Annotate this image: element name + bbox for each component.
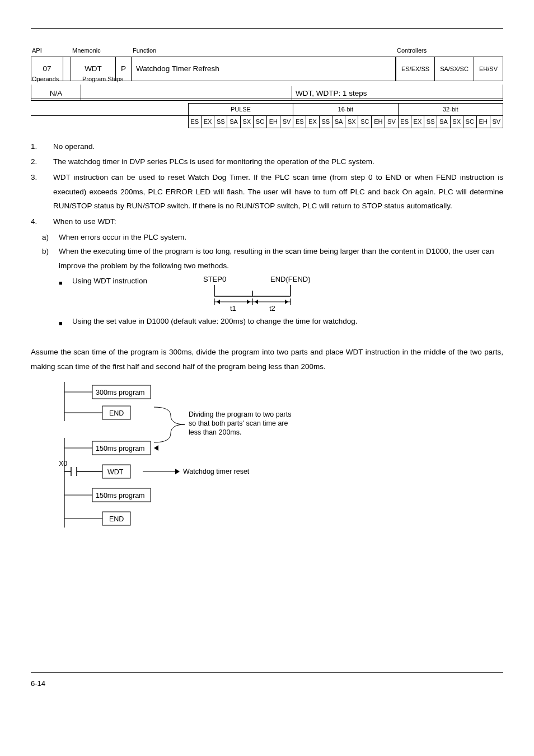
label-api: API [31,45,63,57]
item-3: WDT instruction can be used to reset Wat… [53,170,503,213]
item-a: When errors occur in the PLC system. [59,230,186,245]
page-number: 6-14 [31,677,503,691]
item-1: No operand. [53,139,503,154]
label-controllers: Controllers [396,45,435,57]
matrix-cell: SA [227,115,240,128]
matrix-cell: SA [332,115,345,128]
operands: N/A [31,86,81,101]
svg-marker-11 [247,300,250,304]
item-2: The watchdog timer in DVP series PLCs is… [53,155,503,169]
svg-text:STEP0: STEP0 [203,275,226,283]
matrix-cell: SS [424,115,437,128]
matrix-cell: EX [201,115,214,128]
svg-marker-13 [217,300,220,304]
svg-marker-14 [285,300,288,304]
bullet-icon: ■ [59,274,64,289]
svg-text:t1: t1 [230,304,236,312]
prog-steps: WDT, WDTP: 1 steps [292,86,503,101]
svg-marker-12 [255,300,258,304]
svg-text:WDT: WDT [107,468,124,476]
matrix-cell: SV [490,115,503,128]
svg-text:END(FEND): END(FEND) [270,275,311,283]
matrix-cell: EH [476,115,490,128]
item-4: When to use WDT: [53,214,503,229]
item-b: When the executing time of the program i… [59,244,503,273]
svg-text:150ms program: 150ms program [96,492,145,500]
matrix-cell: SV [385,115,398,128]
matrix-cell: ES [398,115,411,128]
svg-text:END: END [109,515,124,523]
svg-text:Dividing the program to two pa: Dividing the program to two parts [189,410,291,418]
bullet-2: Using the set value in D1000 (default va… [72,314,358,329]
matrix-cell: SX [450,115,463,128]
svg-text:t2: t2 [269,304,275,312]
program-example: Assume the scan time of the program is 3… [31,345,503,538]
matrix-cell: ES [188,115,201,128]
instruction-header: API 07 Mnemonic WDT P Function Watchdog … [31,45,503,128]
svg-text:X0: X0 [59,460,67,468]
controller-matrix: PULSE 16-bit 32-bit ESEXSSSASXSCEHSVESEX… [31,103,503,128]
matrix-cell: SX [345,115,358,128]
svg-text:300ms program: 300ms program [96,389,145,396]
svg-marker-40 [175,469,180,474]
matrix-cell: SS [319,115,332,128]
matrix-cell: SC [358,115,372,128]
label-mnemonic: Mnemonic [71,45,116,57]
label-function: Function [132,45,396,57]
matrix-cell: SV [280,115,293,128]
ladder-diagram: 300ms program END Dividing the program t… [59,382,503,538]
bullet-icon: ■ [59,314,64,329]
matrix-cell: EX [411,115,424,128]
example-text: Assume the scan time of the program is 3… [31,345,503,374]
matrix-cell: SC [463,115,476,128]
step-diagram: STEP0 END(FEND) t1 t2 [192,274,326,313]
matrix-cell: SS [214,115,227,128]
matrix-cell: EH [372,115,385,128]
svg-text:Watchdog timer reset: Watchdog timer reset [183,468,250,475]
svg-text:less than 200ms.: less than 200ms. [189,428,242,436]
matrix-cell: EX [306,115,319,128]
svg-text:150ms program: 150ms program [96,445,145,452]
svg-marker-48 [154,445,158,451]
matrix-cell: SA [437,115,450,128]
svg-text:so that both parts' scan time : so that both parts' scan time are [189,419,288,427]
label-operands: Operands [31,73,81,85]
matrix-cell: SX [240,115,253,128]
matrix-cell: ES [293,115,306,128]
label-steps: Program Steps [81,73,503,85]
bullet-1: Using WDT instruction [72,274,173,288]
matrix-cell: SC [253,115,266,128]
page-footer: 6-14 [0,672,534,708]
svg-text:END: END [109,409,124,417]
matrix-cell: EH [266,115,280,128]
explanations: 1.No operand. 2.The watchdog timer in DV… [31,139,503,330]
